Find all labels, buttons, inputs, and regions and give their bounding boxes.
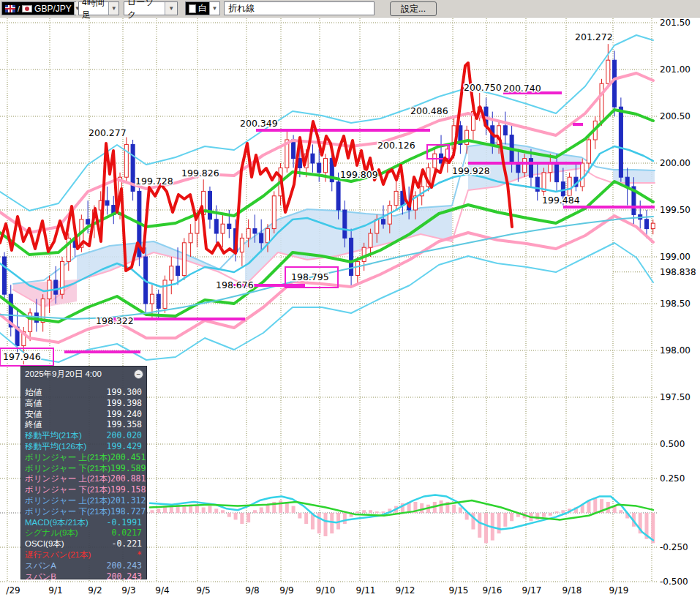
tooltip-rows: 始値199.300高値199.398安値199.240終値199.358移動平均… (25, 387, 142, 582)
candle-down (214, 219, 218, 233)
macd-histogram-bar (440, 500, 443, 513)
tooltip-row: ボリンジャー 上(21本)200.451 (25, 452, 142, 463)
candle-up (375, 219, 379, 233)
tooltip-row: 高値199.398 (25, 398, 142, 409)
candle-down (311, 154, 315, 163)
candle-down (157, 294, 160, 308)
macd-histogram-bar (195, 506, 199, 513)
color-swatch (189, 4, 196, 13)
background-color-select[interactable]: 白 ▼ (185, 1, 220, 15)
candle-up (221, 224, 225, 233)
macd-histogram-bar (202, 507, 206, 513)
candle-up (369, 233, 372, 247)
ohlc-tooltip-panel[interactable]: 2025年9月20日 4:00 − 始値199.300高値199.398安値19… (20, 366, 147, 579)
price-axis-label: 198.00 (660, 345, 690, 356)
price-axis-label: 197.50 (660, 392, 690, 402)
macd-histogram-bar (375, 511, 379, 513)
price-axis-label: 200.50 (660, 111, 690, 121)
price-axis-label: 198.838 (660, 267, 696, 277)
macd-histogram-bar (510, 513, 513, 521)
candle-up (124, 144, 128, 177)
macd-histogram-bar (227, 513, 231, 517)
price-callout-label: 198.676 (216, 279, 254, 290)
price-axis-label: 199.50 (660, 205, 690, 215)
macd-histogram-bar (330, 513, 334, 533)
date-axis-label: 9/5 (196, 585, 210, 596)
candle-down (561, 182, 565, 196)
macd-histogram-bar (304, 513, 308, 524)
candle-down (317, 163, 321, 173)
candle-up (246, 229, 250, 239)
candle-up (587, 140, 590, 163)
macd-histogram-bar (221, 510, 225, 513)
tooltip-row: スパンB200.243 (25, 571, 142, 582)
candle-up (362, 247, 366, 261)
macd-histogram-bar (497, 513, 501, 533)
macd-histogram-bar (478, 513, 481, 538)
tooltip-row: ボリンジャー 上(21本)200.881 (25, 473, 142, 484)
symbol-select[interactable]: / GBP/JPY ▼ (1, 1, 76, 15)
date-axis-label: 9/15 (449, 585, 469, 596)
settings-button[interactable]: 設定... (390, 1, 437, 16)
price-callout-label: 199.809 (340, 169, 378, 180)
macd-histogram-bar (503, 513, 507, 527)
tooltip-row: ボリンジャー 下(21本)199.158 (25, 484, 142, 495)
macd-histogram-bar (253, 510, 257, 513)
candle-down (645, 219, 649, 229)
candle-down (382, 219, 385, 224)
candle-up (163, 280, 167, 308)
macd-histogram-bar (214, 508, 218, 513)
macd-axis-label: -0.500 (660, 577, 688, 587)
price-callout-label: 200.740 (503, 83, 541, 94)
chevron-down-icon[interactable]: ▼ (209, 2, 219, 15)
macd-histogram-bar (208, 506, 211, 513)
timeframe-select[interactable]: 4時間足 ▼ (78, 1, 119, 15)
macd-histogram-bar (182, 506, 186, 513)
macd-axis-label: -0.250 (660, 542, 688, 552)
candle-down (253, 229, 257, 233)
macd-histogram-bar (150, 510, 154, 513)
candle-up (433, 154, 437, 168)
candle-up (266, 229, 269, 243)
uk-flag-icon (5, 5, 15, 12)
candle-up (189, 233, 192, 243)
tooltip-row: 移動平均(126本)199.429 (25, 441, 142, 452)
candle-down (619, 107, 622, 177)
overlay-mode-field[interactable]: 折れ線 (224, 1, 375, 15)
macd-histogram-bar (542, 513, 546, 517)
candle-up (182, 243, 186, 276)
chart-type-label: ローソク (127, 0, 162, 21)
date-axis-label: 9/4 (155, 585, 169, 596)
flag-separator: / (18, 4, 20, 13)
macd-histogram-bar (292, 506, 296, 513)
date-axis-label: 9/8 (245, 585, 259, 596)
minimize-icon[interactable]: − (134, 369, 143, 379)
candle-up (240, 238, 244, 252)
macd-histogram-bar (555, 511, 559, 513)
macd-axis-label: 0.500 (660, 439, 685, 449)
date-axis-label: 9/3 (121, 585, 135, 596)
japan-flag-icon (22, 5, 32, 12)
price-callout-label: 200.486 (410, 105, 448, 116)
chevron-down-icon[interactable]: ▼ (165, 2, 177, 15)
candle-up (606, 60, 610, 83)
macd-histogram-bar (619, 510, 622, 513)
price-callout-label: 197.946 (3, 351, 41, 362)
chevron-down-icon[interactable]: ▼ (108, 2, 118, 15)
tooltip-date-title: 2025年9月20日 4:00 (25, 369, 142, 380)
date-axis-label: 9/17 (522, 585, 542, 596)
candle-down (336, 182, 340, 210)
date-axis-label: 9/1 (48, 585, 62, 596)
macd-histogram-bar (420, 503, 424, 513)
price-callout-label: 200.126 (377, 140, 415, 151)
price-axis-label: 200.00 (660, 158, 690, 168)
price-callout-label: 200.277 (89, 127, 127, 138)
macd-histogram-bar (369, 510, 372, 513)
bollinger3-upper-line (0, 35, 653, 211)
candle-up (523, 159, 527, 173)
date-axis-label: 9/10 (316, 585, 336, 596)
candle-down (503, 126, 507, 135)
date-axis-label: 9/16 (483, 585, 503, 596)
chart-type-select[interactable]: ローソク ▼ (124, 1, 178, 15)
macd-histogram-bar (324, 513, 328, 536)
